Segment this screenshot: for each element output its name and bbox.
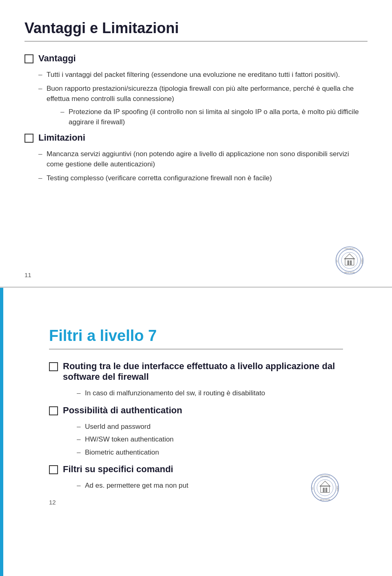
title-divider-1 [24, 41, 368, 42]
university-logo-1: UNIVERSITÀ DEGLI STUDI 1471 TORINO [335, 246, 368, 278]
svg-marker-6 [344, 254, 354, 259]
svg-text:1471: 1471 [312, 487, 314, 490]
svg-point-1 [339, 249, 361, 271]
seal-svg-2: UNIVERSITÀ DEGLI STUDI 1471 TORINO [310, 473, 340, 502]
svg-point-13 [317, 480, 333, 496]
svg-rect-14 [321, 486, 330, 492]
svg-point-2 [341, 252, 358, 269]
svg-text:TORINO: TORINO [361, 258, 363, 264]
page-number-2: 12 [49, 499, 56, 506]
svg-marker-17 [320, 481, 330, 486]
routing-section-header: Routing tra le due interfacce effettuato… [49, 361, 343, 382]
slide-2: Filtri a livello 7 Routing tra le due in… [0, 288, 392, 576]
svg-rect-4 [347, 260, 350, 265]
list-item: Buon rapporto prestazioni/sicurezza (tip… [38, 83, 368, 128]
svg-text:TORINO: TORINO [336, 486, 338, 491]
seal-svg-1: UNIVERSITÀ DEGLI STUDI 1471 TORINO [335, 246, 364, 275]
filtri-label: Filtri su specifici comandi [63, 464, 173, 475]
title-divider-2 [49, 349, 343, 350]
slide-1: Vantaggi e Limitazioni Vantaggi Tutti i … [0, 0, 392, 288]
list-item: Ad es. permettere get ma non put [77, 480, 343, 491]
possibilita-sub-list: UserId and password HW/SW token authenti… [77, 421, 343, 458]
vantaggi-bullet-list: Tutti i vantaggi del packet filtering (e… [38, 69, 368, 128]
page-number-1: 11 [24, 271, 31, 278]
list-item: In caso di malfunzionamento del sw, il r… [77, 388, 343, 399]
vantaggi-checkbox-icon [24, 54, 33, 63]
left-accent [0, 288, 3, 576]
list-item: Testing complesso (verificare corretta c… [38, 173, 368, 184]
svg-text:DEGLI STUDI: DEGLI STUDI [320, 498, 331, 500]
svg-rect-15 [323, 488, 325, 493]
routing-checkbox-icon [49, 362, 58, 371]
vantaggi-sub-list: Protezione da IP spoofing (il controllo … [60, 107, 368, 128]
limitazioni-checkbox-icon [24, 134, 33, 143]
svg-text:1471: 1471 [336, 260, 338, 262]
svg-rect-16 [325, 488, 327, 493]
routing-label: Routing tra le due interfacce effettuato… [63, 361, 343, 382]
svg-rect-3 [345, 259, 354, 265]
svg-rect-5 [350, 260, 352, 265]
university-logo-2: UNIVERSITÀ DEGLI STUDI 1471 TORINO [310, 473, 343, 506]
possibilita-label: Possibilità di authentication [63, 405, 182, 416]
vantaggi-label: Vantaggi [38, 53, 76, 64]
possibilita-section-header: Possibilità di authentication [49, 405, 343, 416]
svg-text:UNIVERSITÀ: UNIVERSITÀ [320, 475, 330, 477]
routing-sub-list: In caso di malfunzionamento del sw, il r… [77, 388, 343, 399]
limitazioni-bullet-list: Mancanza servizi aggiuntivi (non potendo… [38, 149, 368, 184]
list-item: Tutti i vantaggi del packet filtering (e… [38, 69, 368, 80]
limitazioni-label: Limitazioni [38, 132, 85, 143]
list-item: HW/SW token authentication [77, 434, 343, 445]
svg-text:UNIVERSITÀ: UNIVERSITÀ [345, 248, 354, 250]
list-item: Protezione da IP spoofing (il controllo … [60, 107, 368, 128]
list-item: Mancanza servizi aggiuntivi (non potendo… [38, 149, 368, 170]
limitazioni-section-header: Limitazioni [24, 132, 368, 143]
svg-text:DEGLI STUDI: DEGLI STUDI [345, 271, 355, 273]
svg-point-0 [336, 247, 363, 274]
filtri-checkbox-icon [49, 465, 58, 474]
slide-1-title: Vantaggi e Limitazioni [24, 20, 368, 37]
slide-2-title: Filtri a livello 7 [49, 327, 343, 345]
svg-point-11 [312, 474, 339, 501]
slide-2-inner: Filtri a livello 7 Routing tra le due in… [24, 307, 368, 514]
possibilita-checkbox-icon [49, 406, 58, 415]
list-item: UserId and password [77, 421, 343, 432]
filtri-section-header: Filtri su specifici comandi [49, 464, 343, 475]
svg-point-12 [314, 477, 336, 499]
vantaggi-section-header: Vantaggi [24, 53, 368, 64]
list-item: Biometric authentication [77, 447, 343, 458]
filtri-sub-list: Ad es. permettere get ma non put [77, 480, 343, 491]
